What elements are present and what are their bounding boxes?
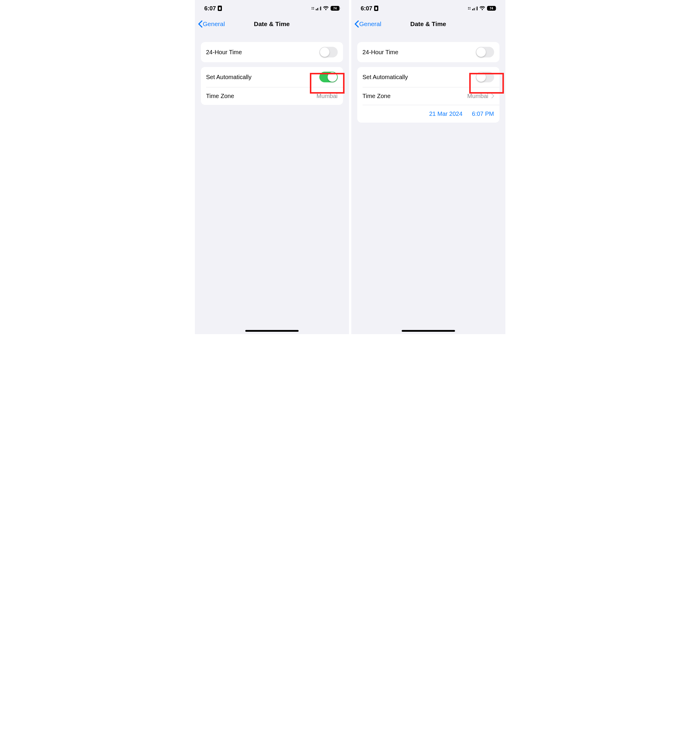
row-24-hour-time[interactable]: 24-Hour Time bbox=[357, 42, 500, 62]
row-label-time-zone: Time Zone bbox=[363, 93, 391, 100]
status-bar: 6:07 74 bbox=[195, 0, 349, 17]
status-right: 74 bbox=[469, 6, 497, 11]
battery-icon: 74 bbox=[331, 6, 341, 11]
status-time: 6:07 bbox=[361, 5, 372, 12]
group-set-automatically: Set Automatically Time Zone Mumbai 21 Ma… bbox=[357, 67, 500, 123]
toggle-set-automatically[interactable] bbox=[319, 72, 338, 82]
orientation-lock-icon bbox=[374, 6, 378, 11]
time-zone-value: Mumbai bbox=[467, 93, 488, 100]
wifi-icon bbox=[479, 6, 485, 10]
battery-level: 74 bbox=[489, 7, 493, 10]
home-indicator bbox=[245, 330, 298, 332]
row-date-time-manual: 21 Mar 2024 6:07 PM bbox=[357, 105, 500, 123]
group-set-automatically: Set Automatically Time Zone Mumbai 21 Ma… bbox=[201, 67, 343, 105]
chevron-back-icon bbox=[354, 20, 359, 28]
toggle-24-hour[interactable] bbox=[319, 47, 338, 57]
orientation-lock-icon bbox=[218, 6, 222, 11]
status-time: 6:07 bbox=[205, 5, 216, 12]
row-label-24-hour: 24-Hour Time bbox=[363, 49, 398, 56]
home-indicator bbox=[402, 330, 455, 332]
status-right: 74 bbox=[312, 6, 341, 11]
group-24-hour: 24-Hour Time bbox=[201, 42, 343, 62]
dual-sim-icon bbox=[468, 7, 471, 9]
row-label-set-automatically: Set Automatically bbox=[363, 74, 408, 81]
wifi-icon bbox=[323, 6, 329, 10]
dual-sim-icon bbox=[312, 7, 314, 9]
toggle-24-hour[interactable] bbox=[476, 47, 494, 57]
row-time-zone[interactable]: Time Zone Mumbai bbox=[357, 87, 500, 105]
row-time-zone[interactable]: Time Zone Mumbai bbox=[201, 87, 343, 105]
toggle-set-automatically[interactable] bbox=[476, 72, 494, 82]
nav-bar: General Date & Time bbox=[351, 17, 505, 33]
chevron-back-icon bbox=[198, 20, 203, 28]
battery-level: 74 bbox=[333, 7, 337, 10]
cellular-signal-icon bbox=[316, 6, 321, 10]
row-set-automatically[interactable]: Set Automatically bbox=[357, 67, 500, 87]
back-button[interactable]: General bbox=[198, 20, 225, 28]
chevron-right-icon bbox=[491, 94, 494, 98]
row-24-hour-time[interactable]: 24-Hour Time bbox=[201, 42, 343, 62]
row-label-set-automatically: Set Automatically bbox=[206, 74, 251, 81]
row-label-24-hour: 24-Hour Time bbox=[206, 49, 242, 56]
status-left: 6:07 bbox=[205, 5, 222, 12]
manual-time-button[interactable]: 6:07 PM bbox=[472, 111, 494, 117]
status-bar: 6:07 74 bbox=[351, 0, 505, 17]
phone-screen-1: 6:07 74 General Date & Time 24-Hour Time bbox=[195, 0, 349, 334]
phone-screen-2: 6:07 74 General Date & Time 24-Hour Time bbox=[351, 0, 505, 334]
row-set-automatically[interactable]: Set Automatically bbox=[201, 67, 343, 87]
status-left: 6:07 bbox=[361, 5, 378, 12]
group-24-hour: 24-Hour Time bbox=[357, 42, 500, 62]
manual-date-button[interactable]: 21 Mar 2024 bbox=[429, 111, 462, 117]
back-label: General bbox=[203, 20, 225, 28]
back-button[interactable]: General bbox=[354, 20, 382, 28]
battery-icon: 74 bbox=[487, 6, 497, 11]
nav-bar: General Date & Time bbox=[195, 17, 349, 33]
row-label-time-zone: Time Zone bbox=[206, 93, 234, 100]
time-zone-value: Mumbai bbox=[316, 93, 337, 100]
cellular-signal-icon bbox=[472, 6, 477, 10]
back-label: General bbox=[359, 20, 382, 28]
